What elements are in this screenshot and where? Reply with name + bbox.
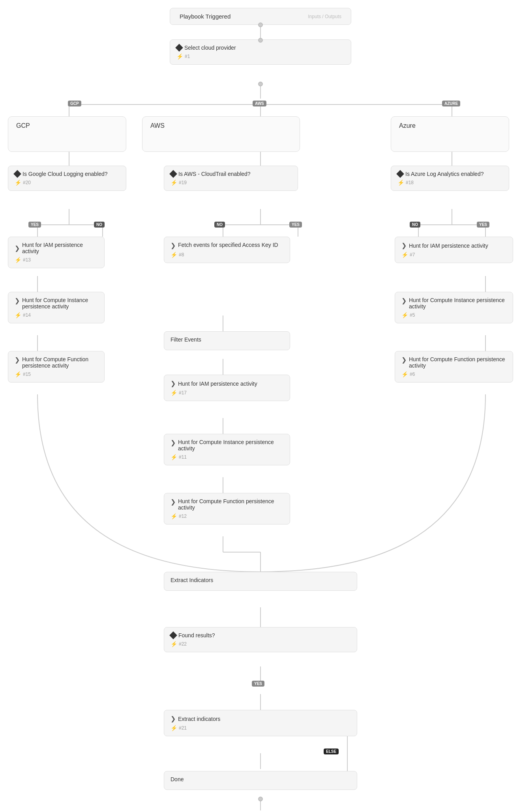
azure-log-node: Is Azure Log Analytics enabled? ⚡ #18 — [391, 166, 509, 191]
fetch-events-card: ❯ Fetch events for specified Access Key … — [164, 237, 290, 263]
azure-compute-function-title: ❯ Hunt for Compute Function persistence … — [401, 356, 506, 369]
gcp-compute-instance-sub: ⚡ #14 — [15, 312, 98, 318]
lightning-fetch-events: ⚡ — [171, 252, 177, 258]
lightning-azure-cf: ⚡ — [401, 371, 408, 377]
dot-done-out — [258, 797, 263, 801]
diamond-azure-log — [396, 170, 404, 178]
diamond-icon-select — [175, 44, 183, 52]
gcp-compute-instance-card: ❯ Hunt for Compute Instance persistence … — [8, 292, 105, 323]
gcp-logging-node: Is Google Cloud Logging enabled? ⚡ #20 — [8, 166, 126, 191]
gcp-compute-function-node: ❯ Hunt for Compute Function persistence … — [8, 351, 105, 383]
gcp-compute-instance-title: ❯ Hunt for Compute Instance persistence … — [15, 297, 98, 310]
aws-cloudtrail-title: Is AWS - CloudTrail enabled? — [171, 171, 291, 177]
azure-compute-instance-sub: ⚡ #5 — [401, 312, 506, 318]
extract-indicators-node-sub: ⚡ #21 — [171, 725, 350, 731]
extract-indicators-title: Extract Indicators — [171, 577, 350, 583]
label-aws-no: NO — [214, 222, 225, 228]
arrow-aws-cf: ❯ — [171, 498, 176, 506]
azure-compute-function-node: ❯ Hunt for Compute Function persistence … — [395, 351, 513, 383]
lightning-gcp-ci: ⚡ — [15, 312, 21, 318]
aws-compute-instance-title: ❯ Hunt for Compute Instance persistence … — [171, 439, 283, 452]
aws-cloudtrail-node: Is AWS - CloudTrail enabled? ⚡ #19 — [164, 166, 298, 191]
aws-compute-instance-node: ❯ Hunt for Compute Instance persistence … — [164, 434, 290, 465]
done-node: Done — [164, 771, 357, 790]
aws-compute-instance-sub: ⚡ #11 — [171, 454, 283, 460]
done-card: Done — [164, 771, 357, 790]
label-gcp-no: NO — [94, 222, 105, 228]
arrow-azure-iam: ❯ — [401, 242, 407, 249]
gcp-compute-function-title: ❯ Hunt for Compute Function persistence … — [15, 356, 98, 369]
aws-compute-function-sub: ⚡ #12 — [171, 513, 283, 519]
lightning-azure-iam: ⚡ — [401, 252, 408, 258]
arrow-azure-cf: ❯ — [401, 356, 407, 364]
label-aws: AWS — [253, 101, 266, 106]
lightning-azure-ci: ⚡ — [401, 312, 408, 318]
aws-compute-function-node: ❯ Hunt for Compute Function persistence … — [164, 493, 290, 525]
extract-indicators-node-title: ❯ Extract indicators — [171, 715, 350, 722]
aws-iam-node: ❯ Hunt for IAM persistence activity ⚡ #1… — [164, 375, 290, 401]
dot-trigger-in — [258, 38, 263, 43]
filter-events-node: Filter Events — [164, 331, 290, 350]
arrow-fetch-events: ❯ — [171, 242, 176, 249]
found-results-title: Found results? — [171, 632, 350, 638]
azure-iam-node: ❯ Hunt for IAM persistence activity ⚡ #7 — [395, 237, 513, 263]
aws-cloudtrail-sub: ⚡ #19 — [171, 179, 291, 186]
label-aws-yes: YES — [289, 222, 302, 228]
label-azure-no: NO — [410, 222, 420, 228]
azure-compute-instance-title: ❯ Hunt for Compute Instance persistence … — [401, 297, 506, 310]
aws-cloudtrail-card: Is AWS - CloudTrail enabled? ⚡ #19 — [164, 166, 298, 191]
azure-compute-instance-card: ❯ Hunt for Compute Instance persistence … — [395, 292, 513, 323]
gcp-group-label: GCP — [16, 122, 30, 129]
lightning-gcp-logging: ⚡ — [15, 179, 21, 186]
trigger-sub: Inputs / Outputs — [308, 14, 341, 19]
select-cloud-sub: ⚡ #1 — [176, 53, 345, 60]
gcp-iam-card: ❯ Hunt for IAM persistence activity ⚡ #1… — [8, 237, 105, 268]
azure-compute-instance-node: ❯ Hunt for Compute Instance persistence … — [395, 292, 513, 323]
arrow-gcp-compute-function: ❯ — [15, 356, 20, 364]
extract-indicators-card: Extract Indicators — [164, 572, 357, 591]
gcp-logging-title: Is Google Cloud Logging enabled? — [15, 171, 120, 177]
aws-compute-function-card: ❯ Hunt for Compute Function persistence … — [164, 493, 290, 525]
arrow-aws-iam: ❯ — [171, 380, 176, 387]
azure-group-label: Azure — [399, 122, 416, 129]
filter-events-title: Filter Events — [171, 336, 283, 343]
aws-iam-card: ❯ Hunt for IAM persistence activity ⚡ #1… — [164, 375, 290, 401]
gcp-iam-node: ❯ Hunt for IAM persistence activity ⚡ #1… — [8, 237, 105, 268]
label-azure-yes: YES — [477, 222, 489, 228]
azure-log-title: Is Azure Log Analytics enabled? — [397, 171, 502, 177]
lightning-aws-iam: ⚡ — [171, 390, 177, 396]
azure-compute-function-sub: ⚡ #6 — [401, 371, 506, 377]
gcp-logging-card: Is Google Cloud Logging enabled? ⚡ #20 — [8, 166, 126, 191]
aws-group: AWS — [142, 116, 300, 152]
arrow-azure-ci: ❯ — [401, 297, 407, 304]
azure-log-sub: ⚡ #18 — [397, 179, 502, 186]
lightning-select: ⚡ — [176, 53, 183, 60]
found-results-node: Found results? ⚡ #22 — [164, 627, 357, 652]
extract-indicators-group: Extract Indicators — [164, 572, 357, 591]
flow-container: Playbook Triggered Inputs / Outputs Sele… — [0, 0, 521, 812]
aws-compute-function-title: ❯ Hunt for Compute Function persistence … — [171, 498, 283, 511]
found-results-sub: ⚡ #22 — [171, 641, 350, 647]
diamond-aws-cloudtrail — [169, 170, 177, 178]
azure-log-card: Is Azure Log Analytics enabled? ⚡ #18 — [391, 166, 509, 191]
aws-iam-sub: ⚡ #17 — [171, 390, 283, 396]
lightning-aws-cf: ⚡ — [171, 513, 177, 519]
diamond-gcp-logging — [13, 170, 21, 178]
arrow-gcp-iam: ❯ — [15, 245, 20, 252]
azure-group: Azure — [391, 116, 509, 152]
label-else: ELSE — [324, 749, 339, 754]
gcp-iam-sub: ⚡ #13 — [15, 257, 98, 263]
lightning-gcp-cf: ⚡ — [15, 371, 21, 377]
lightning-extract-indicators: ⚡ — [171, 725, 177, 731]
arrow-gcp-compute-instance: ❯ — [15, 297, 20, 304]
dot-trigger-out — [258, 22, 263, 27]
arrow-aws-ci: ❯ — [171, 439, 176, 446]
filter-events-card: Filter Events — [164, 331, 290, 350]
label-azure: AZURE — [442, 101, 460, 106]
gcp-logging-sub: ⚡ #20 — [15, 179, 120, 186]
select-cloud-node: Select cloud provider ⚡ #1 — [170, 39, 351, 65]
aws-group-label: AWS — [150, 122, 165, 129]
done-title: Done — [171, 776, 350, 782]
label-gcp: GCP — [68, 101, 81, 106]
lightning-gcp-iam: ⚡ — [15, 257, 21, 263]
